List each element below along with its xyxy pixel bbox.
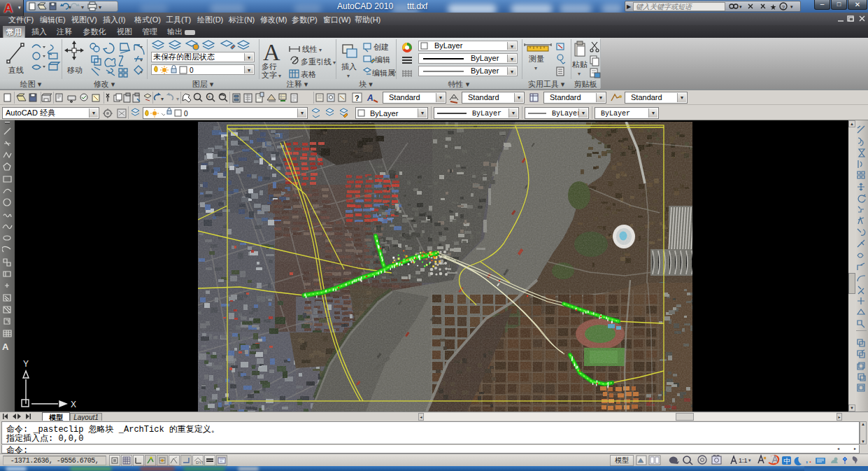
- svg-text:+: +: [208, 94, 211, 99]
- svg-text:▾: ▾: [534, 65, 537, 71]
- svg-text:.: .: [809, 456, 811, 464]
- svg-text:▾: ▾: [748, 458, 751, 463]
- svg-text:▾: ▾: [278, 73, 281, 79]
- svg-text:粘贴: 粘贴: [571, 60, 588, 69]
- svg-text:0: 0: [190, 66, 194, 74]
- svg-text:X: X: [71, 400, 76, 409]
- svg-text:▾: ▾: [176, 96, 179, 102]
- svg-text:DYN: DYN: [196, 461, 203, 465]
- svg-text:A: A: [367, 93, 373, 103]
- svg-text:?: ?: [355, 94, 360, 102]
- svg-text:▾: ▾: [319, 47, 322, 53]
- svg-text:插入: 插入: [341, 62, 357, 71]
- svg-text:▾: ▾: [69, 4, 71, 10]
- svg-text:▾: ▾: [578, 71, 581, 77]
- svg-text:▾: ▾: [161, 96, 164, 102]
- svg-text:中: 中: [784, 457, 791, 465]
- svg-text:▾: ▾: [739, 4, 742, 9]
- svg-text:编辑属性: 编辑属性: [372, 69, 396, 77]
- svg-text:1:1: 1:1: [739, 457, 748, 464]
- svg-text:编辑: 编辑: [375, 55, 390, 64]
- svg-text:?: ?: [782, 4, 785, 10]
- svg-text:多行: 多行: [262, 62, 277, 71]
- svg-text:移动: 移动: [67, 66, 83, 74]
- svg-text:A: A: [263, 39, 280, 65]
- svg-text:直线: 直线: [8, 66, 24, 74]
- svg-text:多重引线: 多重引线: [301, 57, 332, 66]
- svg-text:0: 0: [184, 110, 188, 118]
- svg-text:▾: ▾: [81, 4, 84, 10]
- svg-text:表格: 表格: [301, 70, 316, 78]
- svg-text:创建: 创建: [373, 43, 389, 51]
- svg-text:▾: ▾: [790, 4, 793, 9]
- svg-text:▾: ▾: [347, 73, 350, 79]
- svg-text:Y: Y: [23, 359, 29, 369]
- svg-text:文字: 文字: [262, 71, 277, 79]
- svg-text:,: ,: [806, 456, 808, 464]
- svg-text:线性: 线性: [302, 45, 318, 53]
- svg-text:测量: 测量: [529, 55, 544, 63]
- svg-text:▾: ▾: [99, 4, 101, 10]
